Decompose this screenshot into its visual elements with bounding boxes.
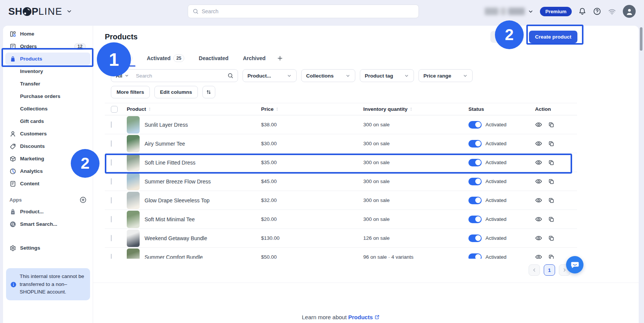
table-row[interactable]: Summer Comfort Bundle $50.00 96 on sale …: [105, 248, 577, 259]
row-checkbox[interactable]: [111, 140, 112, 147]
table-row[interactable]: Sunlit Layer Dress $38.00 300 on sale Ac…: [105, 115, 577, 134]
duplicate-icon[interactable]: [548, 234, 555, 242]
status-toggle[interactable]: [468, 253, 482, 259]
tab-add-view[interactable]: [275, 54, 285, 67]
preview-eye-icon[interactable]: [535, 178, 542, 185]
product-name[interactable]: Soft Line Fitted Dress: [145, 160, 196, 166]
product-name[interactable]: Glow Drape Sleeveless Top: [145, 197, 210, 203]
preview-eye-icon[interactable]: [535, 121, 542, 128]
tab-archived[interactable]: Archived: [238, 54, 270, 67]
search-scope-selector[interactable]: All: [111, 70, 133, 82]
page-1-button[interactable]: 1: [544, 264, 555, 276]
sidebar-item-gift-cards[interactable]: Gift cards: [5, 115, 90, 127]
create-product-button[interactable]: Create product: [529, 31, 577, 43]
sidebar-item-marketing[interactable]: Marketing: [5, 152, 90, 165]
sidebar-item-home[interactable]: Home: [5, 28, 90, 40]
learn-more-link[interactable]: Products: [348, 314, 380, 320]
sidebar-item-products[interactable]: Products: [5, 53, 90, 65]
sidebar-item-smart-search[interactable]: Smart Search...: [5, 218, 90, 230]
select-all-checkbox[interactable]: [111, 106, 118, 113]
duplicate-icon[interactable]: [548, 197, 555, 204]
account-avatar[interactable]: [623, 5, 636, 18]
sidebar-item-product[interactable]: Product...: [5, 205, 90, 218]
row-checkbox[interactable]: [111, 216, 112, 222]
global-search-input[interactable]: [202, 8, 414, 14]
duplicate-icon[interactable]: [548, 140, 555, 147]
status-toggle[interactable]: [468, 234, 482, 242]
global-search[interactable]: [188, 5, 419, 18]
sidebar-item-purchase-orders[interactable]: Purchase orders: [5, 90, 90, 102]
duplicate-icon[interactable]: [548, 159, 555, 166]
status-toggle[interactable]: [468, 140, 482, 148]
scrollbar-thumb[interactable]: [640, 27, 642, 51]
sort-button[interactable]: [202, 86, 215, 98]
edit-columns-button[interactable]: Edit columns: [154, 86, 198, 98]
status-toggle[interactable]: [468, 178, 482, 185]
product-name[interactable]: Weekend Getaway Bundle: [145, 235, 207, 241]
product-name[interactable]: Summer Breeze Flow Dress: [145, 179, 211, 185]
preview-eye-icon[interactable]: [535, 197, 542, 204]
duplicate-icon[interactable]: [548, 121, 555, 128]
status-toggle[interactable]: [468, 216, 482, 223]
filter-dropdown-product-tag[interactable]: Product tag: [360, 69, 414, 82]
live-chat-button[interactable]: [566, 256, 583, 273]
preview-eye-icon[interactable]: [535, 216, 542, 223]
row-checkbox[interactable]: [111, 178, 112, 185]
import-button[interactable]: Import: [490, 31, 524, 43]
filter-dropdown-product[interactable]: Product...: [243, 69, 297, 82]
premium-badge[interactable]: Premium: [540, 7, 572, 16]
sidebar-item-analytics[interactable]: Analytics: [5, 165, 90, 177]
add-app-icon[interactable]: [79, 196, 87, 203]
notifications-bell-icon[interactable]: [578, 7, 586, 16]
column-header-inventory-quantity[interactable]: Inventory quantity: [363, 106, 468, 112]
table-row[interactable]: Weekend Getaway Bundle $130.00 126 on sa…: [105, 229, 577, 248]
duplicate-icon[interactable]: [548, 253, 555, 259]
more-filters-button[interactable]: More filters: [111, 86, 150, 98]
product-name[interactable]: Soft Mist Minimal Tee: [145, 216, 195, 222]
row-checkbox[interactable]: [111, 254, 112, 259]
row-checkbox[interactable]: [111, 235, 112, 241]
sidebar-item-transfer[interactable]: Transfer: [5, 78, 90, 90]
help-icon[interactable]: [593, 7, 601, 16]
tab-deactivated[interactable]: Deactivated: [194, 54, 233, 67]
row-checkbox[interactable]: [111, 159, 112, 166]
tab-activated[interactable]: Activated25: [142, 54, 189, 67]
preview-eye-icon[interactable]: [535, 253, 542, 259]
column-header-price[interactable]: Price: [261, 106, 363, 112]
sidebar-item-settings[interactable]: Settings: [5, 242, 90, 254]
previous-page-button[interactable]: [529, 264, 540, 276]
row-checkbox[interactable]: [111, 197, 112, 203]
column-sort-icon[interactable]: [275, 107, 279, 111]
sidebar-item-collections[interactable]: Collections: [5, 102, 90, 115]
preview-eye-icon[interactable]: [535, 159, 542, 166]
preview-eye-icon[interactable]: [535, 234, 542, 242]
sidebar-item-customers[interactable]: Customers: [5, 127, 90, 140]
product-name[interactable]: Airy Summer Tee: [145, 141, 185, 147]
status-toggle[interactable]: [468, 121, 482, 129]
table-row[interactable]: Soft Mist Minimal Tee $20.00 300 on sale…: [105, 210, 577, 229]
row-checkbox[interactable]: [111, 121, 112, 128]
product-name[interactable]: Sunlit Layer Dress: [145, 122, 188, 128]
filter-dropdown-price-range[interactable]: Price range: [418, 69, 473, 82]
preview-eye-icon[interactable]: [535, 140, 542, 147]
duplicate-icon[interactable]: [548, 178, 555, 185]
product-search-input[interactable]: [133, 73, 227, 79]
search-icon[interactable]: [227, 73, 238, 79]
store-switcher-chevron-icon[interactable]: [66, 8, 72, 14]
tab-all[interactable]: All: [105, 54, 137, 67]
column-sort-icon[interactable]: [409, 107, 413, 111]
column-header-product[interactable]: Product: [127, 106, 261, 112]
table-row[interactable]: Summer Breeze Flow Dress $45.00 300 on s…: [105, 172, 577, 191]
duplicate-icon[interactable]: [548, 216, 555, 223]
column-sort-icon[interactable]: [148, 107, 152, 111]
table-row[interactable]: Airy Summer Tee $30.00 300 on sale Activ…: [105, 134, 577, 153]
shopline-logo[interactable]: SHPLINE: [8, 6, 72, 17]
filter-dropdown-collections[interactable]: Collections: [301, 69, 355, 82]
table-row[interactable]: Soft Line Fitted Dress $35.00 300 on sal…: [105, 153, 577, 172]
sidebar-item-inventory[interactable]: Inventory: [5, 65, 90, 78]
sidebar-item-discounts[interactable]: Discounts: [5, 140, 90, 152]
table-row[interactable]: Glow Drape Sleeveless Top $32.00 300 on …: [105, 191, 577, 210]
status-toggle[interactable]: [468, 159, 482, 166]
sidebar-item-content[interactable]: Content: [5, 177, 90, 190]
product-name[interactable]: Summer Comfort Bundle: [145, 254, 203, 259]
